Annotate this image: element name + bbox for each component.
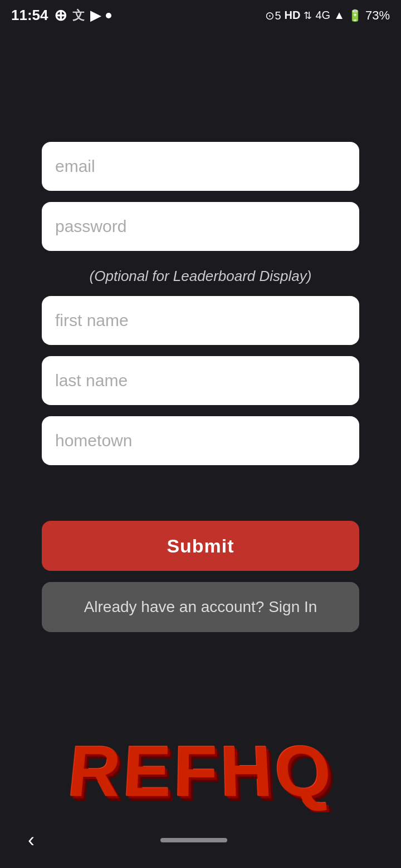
logo-area: REFHQ (0, 734, 401, 807)
signal-bars-icon: ▲ (334, 9, 345, 22)
app-icon-1: ⊕ (54, 6, 67, 24)
submit-button[interactable]: Submit (42, 521, 359, 571)
hometown-field[interactable] (42, 416, 359, 465)
time-display: 11:54 (11, 7, 48, 24)
status-right-icons: ⊙5 HD ⇅ 4G ▲ 🔋 73% (265, 8, 390, 23)
battery-percent: 73% (365, 8, 390, 23)
battery-icon: 🔋 (348, 9, 362, 22)
signup-form: (Optional for Leaderboard Display) Submi… (0, 142, 401, 632)
back-button[interactable]: ‹ (28, 828, 35, 852)
home-indicator[interactable] (160, 838, 227, 842)
data-arrows-icon: ⇅ (304, 9, 312, 22)
app-logo: REFHQ (65, 736, 337, 808)
password-field[interactable] (42, 202, 359, 251)
circle-5-icon: ⊙5 (265, 9, 281, 22)
signin-button[interactable]: Already have an account? Sign In (42, 582, 359, 632)
hd-indicator: HD (285, 9, 301, 22)
last-name-field[interactable] (42, 356, 359, 405)
app-icon-2: 文 (72, 7, 85, 24)
first-name-field[interactable] (42, 296, 359, 345)
status-time-area: 11:54 ⊕ 文 ▶ (11, 6, 111, 24)
notif-dot-icon (106, 13, 111, 18)
youtube-icon: ▶ (90, 8, 100, 23)
email-field[interactable] (42, 142, 359, 191)
navigation-bar: ‹ (0, 812, 401, 868)
network-icon: 4G (315, 9, 330, 22)
status-bar: 11:54 ⊕ 文 ▶ ⊙5 HD ⇅ 4G ▲ 🔋 73% (0, 0, 401, 31)
optional-label: (Optional for Leaderboard Display) (42, 268, 359, 285)
